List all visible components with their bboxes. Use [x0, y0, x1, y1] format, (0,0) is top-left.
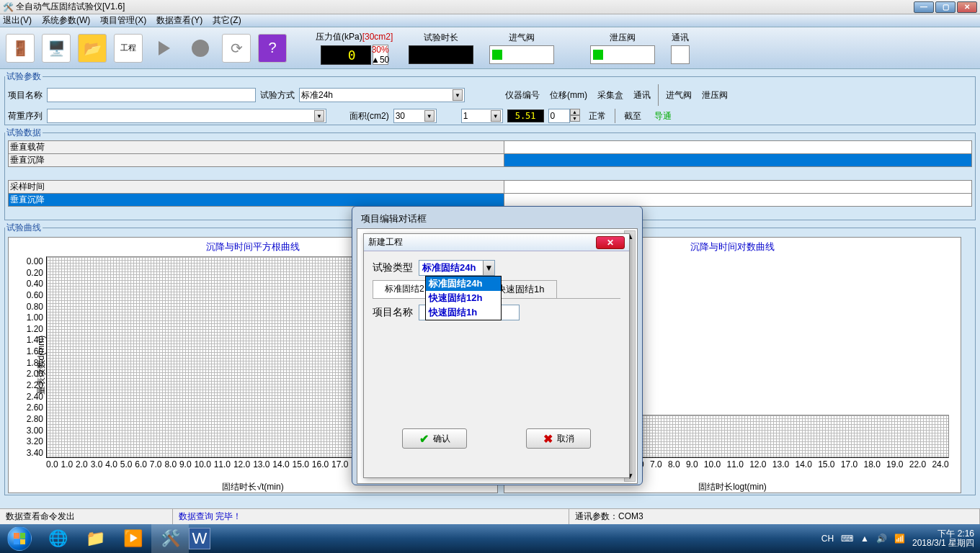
- row-sample-time: 采样时间: [9, 181, 504, 194]
- taskbar-ie-icon[interactable]: 🌐: [39, 524, 76, 553]
- time-display: [409, 45, 473, 64]
- toolbar-btn-refresh[interactable]: ⟳: [222, 34, 251, 63]
- taskbar-explorer-icon[interactable]: 📁: [76, 524, 114, 553]
- relief-stat-label: 泄压阀: [702, 89, 728, 102]
- relief-stat-value: 导通: [650, 110, 676, 122]
- disp-value: 5.51: [507, 109, 544, 122]
- cancel-button[interactable]: ✖取消: [526, 428, 591, 449]
- maximize-button[interactable]: ▢: [935, 1, 956, 13]
- area-combo[interactable]: 30▼: [393, 109, 437, 123]
- tray-keyboard-icon[interactable]: ⌨: [841, 534, 853, 544]
- row-vert-load: 垂直载荷: [9, 141, 504, 154]
- params-legend: 试验参数: [5, 71, 43, 83]
- curves-legend: 试验曲线: [5, 222, 43, 234]
- option-fast-12h[interactable]: 快速固结12h: [426, 291, 501, 305]
- tray-clock[interactable]: 下午 2:16 2018/3/1 星期四: [912, 529, 974, 548]
- instr-no-label: 仪器编号: [505, 89, 540, 102]
- menu-other[interactable]: 其它(Z): [213, 14, 241, 27]
- toolbar-btn-project[interactable]: 工程: [114, 34, 143, 63]
- project-edit-dialog: 项目编辑对话框 ▲▼ 新建工程 ✕ 试验类型 标准固结24h ▼ 标准固结24h: [352, 206, 643, 485]
- inlet-stat-label: 进气阀: [666, 89, 692, 102]
- minimize-button[interactable]: —: [914, 1, 934, 13]
- chevron-down-icon[interactable]: ▼: [483, 261, 494, 275]
- comm-stat-value: 正常: [584, 110, 610, 122]
- option-std-24h[interactable]: 标准固结24h: [426, 276, 501, 291]
- params-fieldset: 试验参数 项目名称 试验方式 标准24h▼ 仪器编号 位移(mm) 采集盒 通讯…: [4, 71, 976, 125]
- project-name-dlg-label: 项目名称: [373, 306, 413, 319]
- x-icon: ✖: [543, 432, 553, 446]
- taskbar-media-icon[interactable]: ▶️: [114, 524, 151, 553]
- status-cell-2: 数据查询 完毕！: [173, 509, 569, 524]
- data-table-1: 垂直载荷 垂直沉降: [8, 140, 972, 167]
- inlet-valve-label: 进气阀: [509, 32, 535, 44]
- project-edit-dialog-title: 项目编辑对话框: [357, 211, 638, 228]
- statusbar: 数据查看命令发出 数据查询 完毕！ 通讯参数：COM3: [0, 508, 980, 524]
- check-icon: ✔: [419, 432, 429, 446]
- window-title: 全自动气压固结试验仪[V1.6]: [16, 1, 914, 13]
- row-vert-settle-2: 垂直沉降: [9, 194, 504, 207]
- comm-label: 通讯: [672, 32, 689, 44]
- method-combo[interactable]: 标准24h▼: [299, 88, 465, 102]
- project-name-input[interactable]: [47, 88, 256, 102]
- app-icon: 🛠️: [3, 2, 13, 12]
- close-button[interactable]: ✕: [957, 1, 977, 13]
- new-project-dialog-title: 新建工程: [368, 236, 596, 248]
- method-label: 试验方式: [260, 89, 295, 102]
- titlebar: 🛠️ 全自动气压固结试验仪[V1.6] — ▢ ✕: [0, 0, 980, 14]
- menu-system-params[interactable]: 系统参数(W): [42, 14, 90, 27]
- collect-spin[interactable]: ▲▼: [548, 109, 580, 123]
- test-type-label: 试验类型: [373, 261, 413, 274]
- taskbar-word-icon[interactable]: W: [189, 528, 210, 549]
- project-name-label: 项目名称: [8, 89, 43, 102]
- comm-indicator: [671, 45, 690, 64]
- time-label: 试验时长: [424, 32, 458, 44]
- menu-data-view[interactable]: 数据查看(Y): [156, 14, 202, 27]
- new-project-close-button[interactable]: ✕: [596, 236, 625, 249]
- tray-network-icon[interactable]: 📶: [894, 534, 905, 544]
- toolbar: 🚪 🖥️ 📂 工程 ⟳ ? 压力值(kPa)[30cm2] 0 30%▲50 试…: [0, 27, 980, 69]
- pressure-mini-indicator: 30%▲50: [373, 45, 388, 65]
- status-cell-3: 通讯参数：COM3: [569, 509, 980, 524]
- load-seq-combo[interactable]: ▼: [47, 109, 326, 123]
- toolbar-btn-1[interactable]: 🚪: [6, 34, 35, 63]
- tray-up-icon[interactable]: ▲: [860, 534, 869, 544]
- row-vert-settle-1: 垂直沉降: [9, 154, 504, 167]
- start-button[interactable]: [0, 524, 39, 553]
- test-type-dropdown: 标准固结24h 快速固结12h 快速固结1h: [425, 276, 502, 320]
- toolbar-btn-play[interactable]: [150, 34, 179, 63]
- option-fast-1h[interactable]: 快速固结1h: [426, 305, 501, 320]
- instr-no-combo[interactable]: 1▼: [461, 109, 503, 123]
- taskbar: 🌐 📁 ▶️ 🛠️ W CH ⌨ ▲ 🔊 📶 下午 2:16 2018/3/1 …: [0, 524, 980, 553]
- relief-valve-label: 泄压阀: [610, 32, 636, 44]
- data-legend: 试验数据: [5, 127, 43, 139]
- test-type-combo[interactable]: 标准固结24h ▼: [419, 260, 495, 276]
- load-seq-label: 荷重序列: [8, 110, 43, 122]
- menu-exit[interactable]: 退出(V): [3, 14, 32, 27]
- disp-label: 位移(mm): [550, 89, 587, 102]
- collect-label: 采集盒: [597, 89, 623, 102]
- menubar: 退出(V) 系统参数(W) 项目管理(X) 数据查看(Y) 其它(Z): [0, 14, 980, 27]
- toolbar-btn-open[interactable]: 📂: [78, 34, 107, 63]
- pressure-label: 压力值(kPa)[30cm2]: [316, 31, 393, 43]
- toolbar-btn-2[interactable]: 🖥️: [42, 34, 71, 63]
- status-cell-1: 数据查看命令发出: [0, 509, 173, 524]
- ok-button[interactable]: ✔确认: [402, 428, 467, 449]
- inlet-valve-indicator: [489, 45, 554, 64]
- tray-volume-icon[interactable]: 🔊: [876, 534, 887, 544]
- comm-stat-label: 通讯: [633, 89, 651, 102]
- toolbar-btn-help[interactable]: ?: [258, 34, 287, 63]
- new-project-dialog: 新建工程 ✕ 试验类型 标准固结24h ▼ 标准固结24h 快速固结12h 快速…: [363, 233, 630, 478]
- relief-valve-indicator: [590, 45, 655, 64]
- toolbar-btn-record[interactable]: [186, 34, 215, 63]
- area-label: 面积(cm2): [349, 110, 389, 122]
- menu-project[interactable]: 项目管理(X): [100, 14, 146, 27]
- inlet-stat-value: 截至: [620, 110, 646, 122]
- pressure-display: 0: [321, 45, 371, 65]
- taskbar-app-icon[interactable]: 🛠️: [151, 524, 189, 553]
- data-table-2: 采样时间 垂直沉降: [8, 180, 972, 207]
- tray-lang[interactable]: CH: [821, 534, 834, 544]
